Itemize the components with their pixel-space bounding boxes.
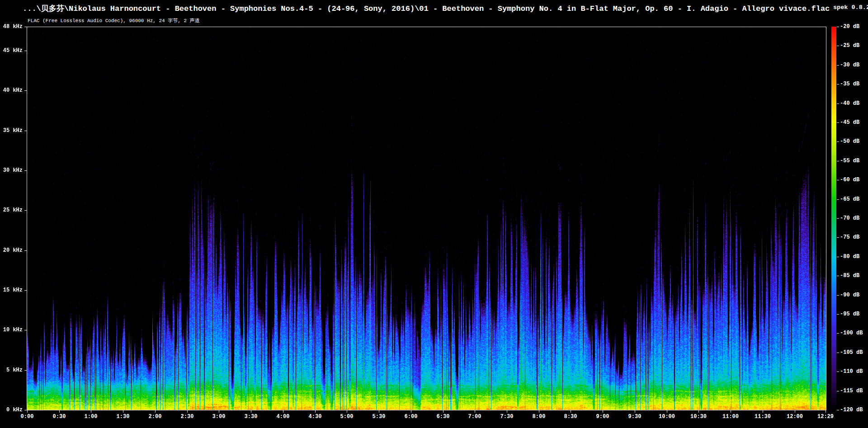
time-tick bbox=[763, 410, 763, 413]
time-tick bbox=[443, 410, 443, 413]
legend-tick-label: -115 dB bbox=[840, 388, 863, 394]
legend-tick-label: -30 dB bbox=[840, 62, 859, 68]
legend-tick-label: -75 dB bbox=[840, 235, 859, 240]
time-tick-label: 12:00 bbox=[781, 414, 808, 419]
time-tick bbox=[123, 410, 123, 413]
file-path-title: ...\贝多芬\Nikolaus Harnoncourt - Beethoven… bbox=[23, 3, 830, 14]
time-tick bbox=[91, 410, 91, 413]
legend-tick bbox=[837, 103, 839, 104]
time-tick-label: 1:30 bbox=[109, 414, 137, 419]
time-tick bbox=[411, 410, 411, 413]
freq-tick-label: 25 kHz bbox=[0, 207, 23, 213]
spek-window: ...\贝多芬\Nikolaus Harnoncourt - Beethoven… bbox=[0, 0, 868, 428]
time-tick-label: 1:00 bbox=[77, 414, 104, 419]
time-tick bbox=[347, 410, 347, 413]
time-tick bbox=[698, 410, 699, 413]
legend-tick bbox=[837, 295, 839, 296]
time-tick bbox=[283, 410, 283, 413]
freq-tick-label: 40 kHz bbox=[0, 88, 23, 93]
legend-tick bbox=[837, 84, 839, 85]
freq-tick-label: 35 kHz bbox=[0, 128, 23, 133]
time-tick bbox=[603, 410, 603, 413]
legend-tick bbox=[837, 276, 839, 276]
legend-tick bbox=[837, 161, 839, 161]
freq-tick bbox=[24, 330, 27, 330]
time-tick-label: 4:00 bbox=[269, 414, 297, 419]
legend-tick-label: -120 dB bbox=[840, 407, 863, 413]
time-tick bbox=[731, 410, 731, 413]
legend-tick-label: -85 dB bbox=[840, 273, 859, 278]
time-tick bbox=[635, 410, 635, 413]
freq-tick bbox=[24, 210, 27, 211]
legend-tick-label: -70 dB bbox=[840, 216, 859, 221]
time-tick-label: 11:00 bbox=[717, 414, 744, 419]
legend-tick bbox=[837, 27, 839, 27]
legend-tick bbox=[837, 180, 839, 180]
time-tick-label: 7:30 bbox=[493, 414, 520, 419]
file-info: FLAC (Free Lossless Audio Codec), 96000 … bbox=[28, 17, 200, 24]
legend-tick-label: -90 dB bbox=[840, 292, 859, 298]
freq-tick-label: 5 kHz bbox=[0, 367, 23, 373]
time-tick-label: 7:00 bbox=[461, 414, 488, 419]
legend-tick bbox=[837, 65, 839, 66]
freq-tick-label: 45 kHz bbox=[0, 48, 23, 53]
legend-tick-label: -80 dB bbox=[840, 254, 859, 259]
time-tick-label: 3:00 bbox=[205, 414, 232, 419]
legend-tick bbox=[837, 391, 839, 391]
time-tick-label: 5:30 bbox=[365, 414, 392, 419]
time-tick-label: 12:29 bbox=[812, 414, 839, 419]
freq-tick bbox=[24, 370, 27, 371]
time-tick-label: 10:30 bbox=[685, 414, 712, 419]
freq-tick bbox=[24, 290, 27, 291]
time-tick bbox=[187, 410, 188, 413]
time-tick bbox=[315, 410, 316, 413]
legend-tick bbox=[837, 141, 839, 142]
time-tick bbox=[667, 410, 667, 413]
freq-tick-label: 30 kHz bbox=[0, 168, 23, 173]
legend-tick-label: -35 dB bbox=[840, 81, 859, 87]
freq-tick-label: 10 kHz bbox=[0, 327, 23, 333]
time-tick bbox=[155, 410, 156, 413]
time-tick bbox=[475, 410, 475, 413]
time-tick bbox=[539, 410, 539, 413]
time-tick bbox=[219, 410, 219, 413]
legend-tick bbox=[837, 237, 839, 238]
legend-tick-label: -105 dB bbox=[840, 350, 863, 355]
legend-tick bbox=[837, 333, 839, 334]
time-tick bbox=[571, 410, 571, 413]
time-tick-label: 5:00 bbox=[333, 414, 360, 419]
legend-tick-label: -65 dB bbox=[840, 197, 859, 202]
time-tick-label: 10:00 bbox=[653, 414, 680, 419]
time-tick-label: 2:30 bbox=[174, 414, 201, 419]
time-tick-label: 4:30 bbox=[302, 414, 329, 419]
freq-tick bbox=[24, 51, 27, 51]
legend-tick-label: -100 dB bbox=[840, 330, 863, 336]
legend-tick bbox=[837, 314, 839, 315]
legend-tick-label: -25 dB bbox=[840, 43, 859, 48]
freq-tick-label: 0 kHz bbox=[0, 407, 23, 413]
time-tick-label: 6:30 bbox=[429, 414, 457, 419]
time-tick bbox=[59, 410, 60, 413]
legend-tick-label: -40 dB bbox=[840, 101, 859, 106]
time-tick-label: 0:00 bbox=[14, 414, 41, 419]
freq-tick-label: 15 kHz bbox=[0, 287, 23, 293]
time-tick-label: 9:30 bbox=[621, 414, 648, 419]
time-tick bbox=[795, 410, 795, 413]
app-version: spek 0.8.2 bbox=[833, 4, 868, 11]
legend-tick-label: -95 dB bbox=[840, 311, 859, 317]
time-tick-label: 0:30 bbox=[46, 414, 73, 419]
freq-tick-label: 20 kHz bbox=[0, 248, 23, 253]
legend-tick bbox=[837, 372, 839, 372]
legend-tick bbox=[837, 257, 839, 257]
freq-tick bbox=[24, 27, 27, 27]
freq-tick bbox=[24, 90, 27, 91]
time-tick bbox=[27, 410, 28, 413]
legend-tick bbox=[837, 410, 839, 410]
time-tick-label: 8:30 bbox=[557, 414, 584, 419]
freq-tick bbox=[24, 170, 27, 171]
legend-tick bbox=[837, 46, 839, 46]
time-tick-label: 6:00 bbox=[397, 414, 425, 419]
time-tick-label: 8:00 bbox=[525, 414, 552, 419]
legend-tick bbox=[837, 218, 839, 219]
legend-tick-label: -50 dB bbox=[840, 139, 859, 144]
